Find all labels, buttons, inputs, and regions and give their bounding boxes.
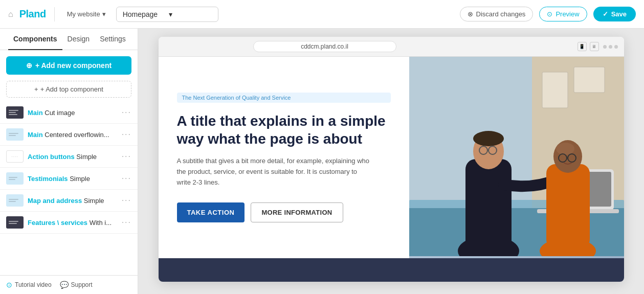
component-thumb	[6, 194, 24, 207]
mobile-icon[interactable]: 📱	[578, 42, 587, 51]
preview-button[interactable]: ⊙ Preview	[539, 7, 587, 21]
website-label: My website	[67, 10, 100, 18]
home-icon[interactable]: ⌂	[8, 10, 13, 19]
top-nav: ⌂ Pland My website ▾ Homepage ▾ ⊗ Discar…	[0, 0, 644, 29]
hero-title: A title that explains in a simple way wh…	[177, 112, 391, 148]
brand-logo: Pland	[19, 8, 46, 20]
component-thumb	[6, 172, 24, 185]
component-more-icon[interactable]: ···	[122, 196, 131, 205]
preview-label: Preview	[556, 10, 579, 18]
browser-chrome: cddcm.pland.co.il 📱 🖥	[159, 37, 624, 57]
sidebar-tabs: Components Design Settings	[0, 29, 138, 50]
hero-badge: The Next Generation of Quality and Servi…	[177, 93, 391, 103]
support-label: Support	[71, 281, 93, 288]
preview-icon: ⊙	[547, 10, 552, 18]
add-new-label: + Add new component	[35, 61, 112, 70]
hero-image-bg	[409, 57, 624, 258]
support-button[interactable]: 💬 Support	[60, 281, 93, 289]
save-icon: ✓	[603, 10, 608, 18]
component-label: Testimonials Simple	[28, 175, 118, 183]
save-button[interactable]: ✓ Save	[593, 7, 636, 21]
browser-frame: cddcm.pland.co.il 📱 🖥 The Next Generatio…	[159, 37, 624, 282]
svg-rect-22	[542, 72, 568, 108]
sidebar-footer: ⊙ Tutorial video 💬 Support	[0, 275, 138, 294]
component-more-icon[interactable]: ···	[122, 174, 131, 183]
svg-rect-16	[546, 164, 590, 248]
add-top-label: + Add top component	[40, 85, 103, 93]
sidebar: Components Design Settings ⊕ + Add new c…	[0, 29, 138, 294]
component-thumb	[6, 106, 24, 119]
add-new-icon: ⊕	[26, 61, 32, 70]
list-item[interactable]: Main Cut image ···	[0, 102, 138, 124]
preview-area: cddcm.pland.co.il 📱 🖥 The Next Generatio…	[138, 29, 644, 294]
play-icon: ⊙	[6, 281, 12, 289]
list-item[interactable]: Map and address Simple ···	[0, 190, 138, 212]
hero-buttons: TAKE ACTION MORE INFORMATION	[177, 202, 391, 222]
svg-point-10	[473, 131, 504, 146]
component-more-icon[interactable]: ···	[122, 108, 131, 117]
take-action-button[interactable]: TAKE ACTION	[177, 202, 245, 222]
svg-point-18	[556, 143, 574, 155]
component-list: Main Cut image ··· Main Centered overflo…	[0, 102, 138, 275]
component-label: Action buttons Simple	[28, 153, 118, 161]
discard-icon: ⊗	[468, 10, 473, 18]
hero-image	[409, 57, 624, 258]
tab-components[interactable]: Components	[8, 29, 62, 50]
tab-design[interactable]: Design	[62, 29, 95, 50]
dot-3	[614, 45, 618, 49]
tutorial-video-button[interactable]: ⊙ Tutorial video	[6, 281, 52, 289]
svg-rect-8	[465, 159, 512, 251]
browser-window-controls	[603, 45, 618, 49]
component-label: Map and address Simple	[28, 197, 118, 205]
component-label: Main Cut image	[28, 109, 118, 117]
hero-illustration	[409, 57, 624, 256]
hero-section: The Next Generation of Quality and Servi…	[159, 57, 624, 258]
chat-icon: 💬	[60, 281, 69, 289]
add-new-component-button[interactable]: ⊕ + Add new component	[6, 56, 131, 75]
component-thumb	[6, 216, 24, 229]
page-chevron-icon: ▾	[169, 10, 212, 18]
url-text: cddcm.pland.co.il	[301, 43, 348, 50]
add-top-icon: +	[34, 85, 38, 93]
main-layout: Components Design Settings ⊕ + Add new c…	[0, 29, 644, 294]
desktop-icon[interactable]: 🖥	[590, 42, 599, 51]
list-item[interactable]: ···· Action buttons Simple ···	[0, 146, 138, 168]
page-label: Homepage	[123, 10, 166, 18]
dot-2	[609, 45, 612, 49]
list-item[interactable]: Features \ services With i... ···	[0, 212, 138, 234]
browser-icons: 📱 🖥	[578, 42, 599, 51]
component-label: Main Centered overflowin...	[28, 131, 118, 139]
hero-subtitle: A subtitle that gives a bit more detail,…	[177, 156, 371, 188]
website-selector[interactable]: My website ▾	[63, 8, 110, 20]
component-thumb	[6, 128, 24, 141]
component-label: Features \ services With i...	[28, 219, 118, 227]
dot-1	[603, 45, 607, 49]
component-more-icon[interactable]: ···	[122, 130, 131, 139]
browser-url-bar: cddcm.pland.co.il	[253, 41, 396, 52]
component-more-icon[interactable]: ···	[122, 152, 131, 161]
save-label: Save	[611, 10, 627, 18]
website-chevron-icon: ▾	[102, 10, 106, 18]
more-information-button[interactable]: MORE INFORMATION	[251, 202, 343, 222]
discard-label: Discard changes	[476, 10, 526, 18]
svg-rect-23	[574, 67, 605, 93]
component-more-icon[interactable]: ···	[122, 218, 131, 227]
discard-button[interactable]: ⊗ Discard changes	[460, 7, 534, 21]
hero-content: The Next Generation of Quality and Servi…	[159, 57, 409, 258]
component-thumb: ····	[6, 150, 24, 163]
nav-divider	[54, 7, 55, 21]
list-item[interactable]: Testimonials Simple ···	[0, 168, 138, 190]
add-top-component-button[interactable]: + + Add top component	[6, 81, 131, 98]
tutorial-label: Tutorial video	[15, 281, 52, 288]
list-item[interactable]: Main Centered overflowin... ···	[0, 124, 138, 146]
page-selector[interactable]: Homepage ▾	[116, 7, 218, 22]
bottom-strip	[159, 258, 624, 282]
tab-settings[interactable]: Settings	[95, 29, 131, 50]
